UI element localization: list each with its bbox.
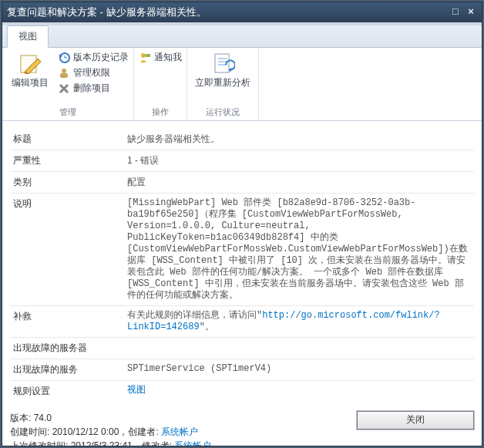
prop-val-category: 配置 <box>124 172 474 194</box>
edit-item-button[interactable]: 编辑项目 <box>7 51 53 95</box>
delete-item-button[interactable]: 删除项目 <box>58 82 129 95</box>
permissions-icon <box>58 67 70 79</box>
svg-rect-5 <box>146 54 150 57</box>
edit-item-label: 编辑项目 <box>12 77 49 88</box>
prop-key-rule-settings: 规则设置 <box>10 381 124 403</box>
ribbon-group-status: 立即重新分析 运行状况 <box>187 48 259 120</box>
ribbon-group-label-actions: 操作 <box>139 105 182 120</box>
dialog-window: 复查问题和解决方案 - 缺少服务器端相关性。 □ × 视图 编辑项目 <box>2 2 482 446</box>
delete-item-label: 删除项目 <box>73 82 110 95</box>
prop-key-description: 说明 <box>10 194 124 306</box>
ribbon-group-manage: 编辑项目 版本历史记录 管理权限 <box>2 48 134 120</box>
reanalyze-button[interactable]: 立即重新分析 <box>192 51 254 88</box>
svg-rect-3 <box>60 73 68 78</box>
prop-val-rule-settings: 视图 <box>124 381 474 403</box>
notify-icon <box>139 52 151 64</box>
notify-me-label: 通知我 <box>154 51 182 64</box>
properties-table: 标题 缺少服务器端相关性。 严重性 1 - 错误 类别 配置 说明 [Missi… <box>10 129 474 402</box>
edit-icon <box>18 51 42 76</box>
prop-key-severity: 严重性 <box>10 150 124 172</box>
ribbon-group-label-manage: 管理 <box>7 105 129 120</box>
history-icon <box>58 52 70 64</box>
tab-view[interactable]: 视图 <box>7 25 49 48</box>
ribbon-group-label-status: 运行状况 <box>192 105 254 120</box>
prop-val-description: [MissingWebPart] Web 部件类 [b82a8e9d-8706-… <box>124 194 474 306</box>
svg-point-4 <box>141 53 146 58</box>
reanalyze-icon <box>210 51 235 76</box>
modified-prefix: 上次修改时间: 2012/5/3 23:41，修改者: <box>10 440 174 446</box>
dialog-title: 复查问题和解决方案 - 缺少服务器端相关性。 <box>7 5 446 19</box>
prop-key-remedy: 补救 <box>10 306 124 338</box>
titlebar: 复查问题和解决方案 - 缺少服务器端相关性。 □ × <box>2 2 482 22</box>
prop-key-failed-servers: 出现故障的服务器 <box>10 338 124 359</box>
notify-me-button[interactable]: 通知我 <box>139 51 182 64</box>
ribbon-group-actions: 通知我 操作 <box>134 48 187 120</box>
prop-key-title: 标题 <box>10 129 124 150</box>
version-history-button[interactable]: 版本历史记录 <box>58 51 129 64</box>
delete-icon <box>58 83 70 95</box>
prop-val-remedy: 有关此规则的详细信息，请访问"http://go.microsoft.com/f… <box>124 306 474 338</box>
prop-key-category: 类别 <box>10 172 124 194</box>
prop-key-failed-services: 出现故障的服务 <box>10 359 124 381</box>
prop-val-title: 缺少服务器端相关性。 <box>124 129 474 150</box>
created-prefix: 创建时间: 2010/12/12 0:00，创建者: <box>10 426 161 437</box>
prop-val-severity: 1 - 错误 <box>124 150 474 172</box>
ribbon-tabstrip: 视图 <box>2 25 482 48</box>
reanalyze-label: 立即重新分析 <box>195 77 250 88</box>
footer: 版本: 74.0 创建时间: 2010/12/12 0:00，创建者: 系统帐户… <box>10 411 474 446</box>
remedy-text-suffix: "。 <box>200 322 214 332</box>
prop-val-failed-servers <box>124 338 474 359</box>
rule-settings-link[interactable]: 视图 <box>127 385 146 396</box>
version-history-label: 版本历史记录 <box>73 51 129 64</box>
prop-val-failed-services: SPTimerService (SPTimerV4) <box>124 359 474 381</box>
manage-permissions-button[interactable]: 管理权限 <box>58 66 129 79</box>
created-by-link[interactable]: 系统帐户 <box>161 426 198 437</box>
remedy-text-prefix: 有关此规则的详细信息，请访问" <box>127 310 262 321</box>
modified-by-link[interactable]: 系统帐户 <box>174 440 211 446</box>
maximize-button[interactable]: □ <box>449 7 462 18</box>
close-button[interactable]: 关闭 <box>357 411 474 429</box>
svg-point-2 <box>62 69 66 73</box>
content-area: 标题 缺少服务器端相关性。 严重性 1 - 错误 类别 配置 说明 [Missi… <box>2 121 482 446</box>
ribbon: 编辑项目 版本历史记录 管理权限 <box>2 48 482 121</box>
version-text: 版本: 74.0 <box>10 411 211 425</box>
close-x-button[interactable]: × <box>465 7 477 18</box>
manage-permissions-label: 管理权限 <box>73 66 110 79</box>
